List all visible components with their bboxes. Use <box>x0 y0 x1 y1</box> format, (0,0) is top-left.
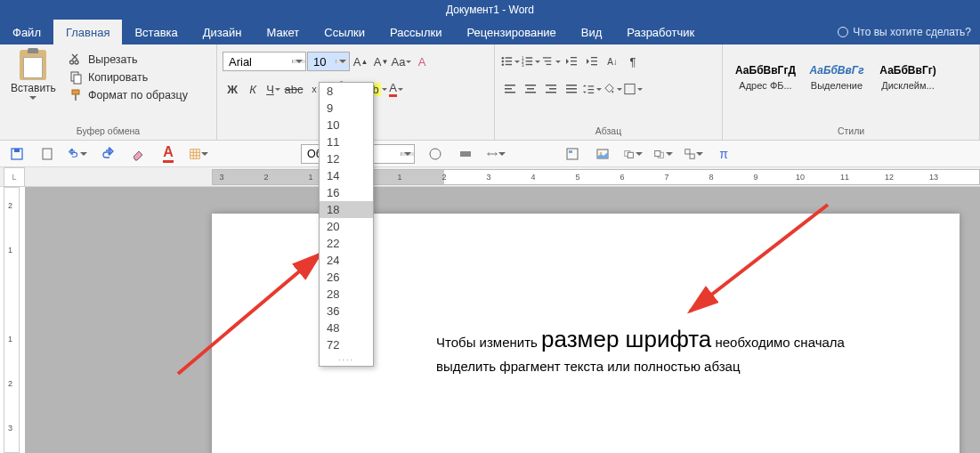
save-icon[interactable] <box>7 145 27 163</box>
redo-icon[interactable] <box>98 145 117 163</box>
tab-layout[interactable]: Макет <box>254 20 312 44</box>
borders-button[interactable] <box>623 79 643 99</box>
tell-me-search[interactable]: Что вы хотите сделать? <box>829 20 980 44</box>
size-option[interactable]: 16 <box>320 184 373 201</box>
svg-rect-9 <box>506 61 513 61</box>
picture-icon[interactable] <box>593 145 612 163</box>
justify-button[interactable] <box>562 79 581 99</box>
size-option[interactable]: 14 <box>320 167 373 184</box>
bullets-button[interactable] <box>500 52 520 71</box>
size-option[interactable]: 26 <box>320 269 373 286</box>
svg-rect-7 <box>506 57 513 58</box>
svg-rect-52 <box>460 151 471 157</box>
svg-rect-61 <box>685 149 690 153</box>
tab-file[interactable]: Файл <box>0 20 53 44</box>
backward-icon[interactable] <box>653 145 673 163</box>
bold-button[interactable]: Ж <box>223 79 242 99</box>
tab-insert[interactable]: Вставка <box>122 20 190 44</box>
line-spacing-button[interactable] <box>582 79 602 99</box>
style-item[interactable]: АаБбВвГгД Адрес ФБ... <box>730 50 801 105</box>
text-color-icon[interactable]: A <box>158 145 178 163</box>
svg-rect-58 <box>628 152 633 158</box>
style-item[interactable]: АаБбВвГг Выделение <box>801 50 872 105</box>
underline-button[interactable]: Ч <box>263 79 283 99</box>
size-option[interactable]: 48 <box>320 320 373 336</box>
tab-view[interactable]: Вид <box>569 20 615 44</box>
table-icon[interactable] <box>189 145 208 163</box>
size-option[interactable]: 28 <box>320 286 373 303</box>
circle-icon[interactable] <box>425 145 445 163</box>
style-item[interactable]: АаБбВвГг) Дисклейм... <box>872 50 944 105</box>
svg-point-8 <box>502 61 504 62</box>
cut-button[interactable]: Вырезать <box>65 52 191 68</box>
styles-gallery[interactable]: АаБбВвГгД Адрес ФБ... АаБбВвГг Выделение… <box>728 48 945 107</box>
align-right-button[interactable] <box>541 79 561 99</box>
font-color-button[interactable]: A <box>386 79 406 99</box>
equation-icon[interactable]: π <box>714 145 733 163</box>
svg-rect-4 <box>72 90 79 94</box>
format-painter-button[interactable]: Формат по образцу <box>65 87 191 103</box>
size-option[interactable]: 22 <box>320 235 373 252</box>
change-case-button[interactable]: Aa <box>392 52 411 71</box>
copy-icon <box>69 70 83 85</box>
forward-icon[interactable] <box>623 145 643 163</box>
svg-rect-31 <box>527 88 534 90</box>
size-option[interactable]: 11 <box>320 133 373 150</box>
multilevel-button[interactable] <box>541 52 561 71</box>
svg-rect-53 <box>567 149 578 159</box>
decrease-indent-button[interactable] <box>562 52 581 71</box>
align-left-button[interactable] <box>500 79 520 99</box>
size-option[interactable]: 10 <box>320 117 373 133</box>
stretch-icon[interactable] <box>486 145 506 163</box>
ruler: L 3 2 1 1 2 3 4 5 6 7 8 9 10 11 12 13 <box>0 167 980 187</box>
tab-developer[interactable]: Разработчик <box>614 20 707 44</box>
svg-rect-25 <box>591 61 597 61</box>
size-option[interactable]: 9 <box>320 100 373 117</box>
size-option[interactable]: 36 <box>320 303 373 320</box>
size-option[interactable]: 72 <box>320 336 373 353</box>
tab-selector[interactable]: L <box>4 167 25 187</box>
tab-design[interactable]: Дизайн <box>190 20 255 44</box>
document-area <box>25 187 980 453</box>
clear-formatting-button[interactable]: A <box>412 52 432 71</box>
color-swatch-icon[interactable] <box>456 145 475 163</box>
numbering-button[interactable]: 123 <box>521 52 540 71</box>
tab-review[interactable]: Рецензирование <box>454 20 568 44</box>
increase-indent-button[interactable] <box>582 52 602 71</box>
strikethrough-button[interactable]: abc <box>284 79 304 99</box>
svg-rect-20 <box>547 64 552 65</box>
svg-rect-33 <box>546 85 556 86</box>
paste-button[interactable]: Вставить <box>5 48 61 101</box>
ribbon-tabs: Файл Главная Вставка Дизайн Макет Ссылки… <box>0 20 980 44</box>
tab-mailings[interactable]: Рассылки <box>377 20 454 44</box>
svg-rect-22 <box>571 61 577 61</box>
eraser-icon[interactable] <box>128 145 148 163</box>
size-option[interactable]: 24 <box>320 252 373 269</box>
tab-references[interactable]: Ссылки <box>312 20 377 44</box>
font-name-combo[interactable]: Arial <box>223 52 306 71</box>
group-icon[interactable] <box>684 145 703 163</box>
size-option[interactable]: 8 <box>320 83 373 100</box>
svg-rect-37 <box>566 88 577 90</box>
layout-icon[interactable] <box>563 145 582 163</box>
page-setup-icon[interactable] <box>37 145 57 163</box>
svg-rect-36 <box>566 85 577 86</box>
svg-rect-45 <box>43 149 52 159</box>
align-center-button[interactable] <box>521 79 540 99</box>
tab-home[interactable]: Главная <box>53 20 122 44</box>
grow-font-button[interactable]: A▲ <box>351 52 370 71</box>
italic-button[interactable]: К <box>243 79 263 99</box>
size-option[interactable]: 12 <box>320 150 373 167</box>
show-marks-button[interactable]: ¶ <box>623 52 643 71</box>
sort-button[interactable]: A↓ <box>603 52 622 71</box>
size-option[interactable]: 20 <box>320 218 373 235</box>
copy-button[interactable]: Копировать <box>65 69 191 85</box>
svg-point-1 <box>75 61 78 64</box>
undo-icon[interactable] <box>68 145 87 163</box>
size-option[interactable]: 18 <box>320 201 373 218</box>
shrink-font-button[interactable]: A▼ <box>371 52 391 71</box>
font-size-combo[interactable]: 10 <box>307 52 350 71</box>
vertical-ruler[interactable]: 2 1 1 2 3 <box>4 187 20 453</box>
shading-button[interactable] <box>603 79 622 99</box>
dropdown-resize-handle[interactable]: ···· <box>320 353 373 366</box>
